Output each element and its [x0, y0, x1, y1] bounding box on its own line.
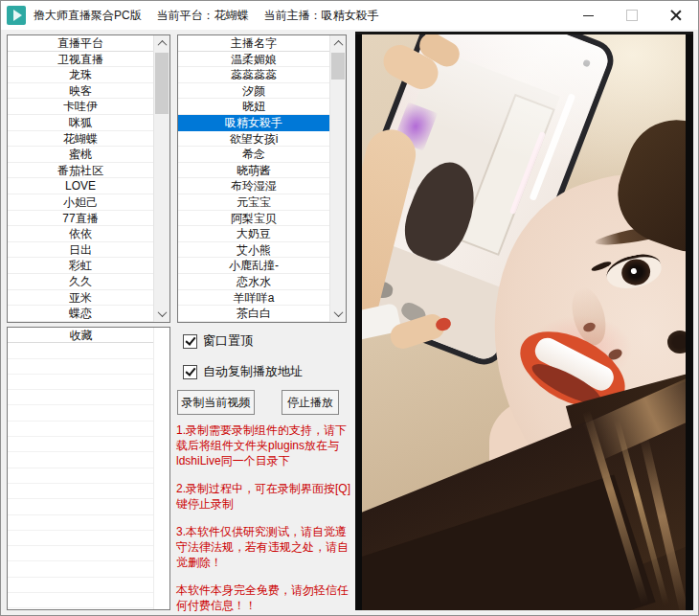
streamer-item[interactable]: 布玲湿湿	[178, 178, 329, 194]
scroll-up-icon[interactable]	[154, 35, 170, 52]
platform-item[interactable]: 卡哇伊	[8, 99, 153, 115]
minimize-button[interactable]	[566, 1, 610, 30]
platform-list: 直播平台 卫视直播龙珠映客卡哇伊咪狐花蝴蝶蜜桃番茄社区LOVE小妲己77直播依依…	[8, 35, 153, 322]
favorite-empty-row	[8, 437, 154, 452]
checkmark-icon	[185, 365, 195, 376]
platform-item[interactable]: 久久	[8, 274, 153, 290]
favorite-empty-row	[8, 484, 154, 499]
favorite-empty-row	[8, 405, 154, 421]
favorite-empty-row	[8, 578, 154, 593]
stop-playback-button[interactable]: 停止播放	[282, 390, 339, 415]
favorite-empty-row	[8, 375, 154, 390]
favorite-empty-row	[8, 359, 154, 375]
checkmark-icon	[185, 334, 195, 346]
streamer-item[interactable]: 希念	[178, 147, 329, 163]
notice-paragraph: 2.录制过程中，可在录制界面按[Q]键停止录制	[176, 481, 350, 512]
platform-scrollbar[interactable]	[153, 35, 169, 322]
platform-item[interactable]: 依依	[8, 226, 153, 242]
platform-item[interactable]: 咪狐	[8, 115, 153, 131]
streamer-item[interactable]: 汐颜	[178, 83, 329, 100]
scroll-up-icon[interactable]	[330, 35, 347, 52]
scrollbar-thumb[interactable]	[331, 53, 345, 80]
close-icon	[670, 10, 682, 21]
auto-copy-url-option[interactable]: 自动复制播放地址	[183, 363, 303, 380]
platform-item[interactable]: 77直播	[8, 211, 153, 227]
streamer-list-header: 主播名字	[178, 35, 329, 52]
always-on-top-option[interactable]: 窗口置顶	[183, 332, 253, 350]
platform-item[interactable]: LOVE	[8, 178, 153, 194]
favorite-empty-row	[8, 390, 154, 405]
close-button[interactable]	[654, 1, 698, 30]
platform-item[interactable]: 蝶恋	[8, 306, 153, 322]
platform-item[interactable]: 彩虹	[8, 258, 153, 274]
video-letterbox-bar	[686, 32, 693, 610]
play-triangle-icon	[13, 10, 22, 21]
chevron-down-icon	[158, 308, 168, 317]
favorite-empty-row	[8, 561, 154, 577]
streamer-item[interactable]: 恋水水	[178, 274, 329, 290]
scroll-down-icon[interactable]	[330, 306, 347, 322]
titlebar: 撸大师直播聚合PC版 当前平台：花蝴蝶 当前主播：吸精女殺手	[1, 1, 698, 30]
streamer-list: 主播名字 温柔媚娘蕊蕊蕊蕊汐颜晓妞吸精女殺手欲望女孩i希念晓萌酱布玲湿湿元宝宝阿…	[178, 35, 329, 322]
streamer-item[interactable]: 欲望女孩i	[178, 131, 329, 148]
app-title: 撸大师直播聚合PC版	[34, 8, 142, 24]
current-streamer-label: 当前主播：吸精女殺手	[264, 8, 379, 24]
scrollbar-thumb[interactable]	[155, 53, 169, 114]
streamer-item[interactable]: 元宝宝	[178, 194, 329, 211]
platform-item[interactable]: 番茄社区	[8, 163, 153, 179]
streamer-item[interactable]: 羊咩咩a	[178, 290, 329, 307]
favorite-empty-row	[8, 593, 154, 608]
platform-item[interactable]: 龙珠	[8, 67, 153, 83]
always-on-top-checkbox[interactable]	[183, 334, 197, 349]
video-letterbox-bar	[355, 32, 362, 610]
streamer-item[interactable]: 小鹿乱撞-	[178, 258, 329, 274]
favorite-empty-row	[8, 546, 154, 561]
streamer-item[interactable]: 蕊蕊蕊蕊	[178, 67, 329, 83]
platform-item[interactable]: 花蝴蝶	[8, 131, 153, 148]
video-player[interactable]	[355, 32, 693, 610]
app-logo-play-icon	[7, 6, 26, 25]
streamer-item[interactable]: 大奶豆	[178, 226, 329, 242]
window-controls	[566, 1, 698, 30]
platform-item[interactable]: 映客	[8, 83, 153, 100]
favorite-empty-row	[8, 531, 154, 546]
favorite-empty-row	[8, 515, 154, 531]
streamer-item[interactable]: 晓萌酱	[178, 163, 329, 179]
streamer-item[interactable]: 晓妞	[178, 99, 329, 115]
chevron-down-icon	[334, 308, 344, 317]
streamer-item[interactable]: 阿梨宝贝	[178, 211, 329, 227]
favorite-empty-row	[8, 499, 154, 514]
notice-paragraph: 本软件本身完全免费，请勿轻信任何付费信息！！	[176, 582, 350, 613]
chevron-up-icon	[334, 40, 344, 50]
platform-list-header: 直播平台	[8, 35, 153, 52]
favorite-empty-row	[8, 422, 154, 437]
favorites-listbox: 收藏	[7, 327, 170, 610]
streamer-item[interactable]: 艾小熊	[178, 242, 329, 259]
streamer-scrollbar[interactable]	[329, 35, 346, 322]
platform-listbox: 直播平台 卫视直播龙珠映客卡哇伊咪狐花蝴蝶蜜桃番茄社区LOVE小妲己77直播依依…	[7, 34, 170, 323]
streamer-listbox: 主播名字 温柔媚娘蕊蕊蕊蕊汐颜晓妞吸精女殺手欲望女孩i希念晓萌酱布玲湿湿元宝宝阿…	[177, 34, 347, 323]
favorite-empty-row	[8, 468, 154, 484]
platform-item[interactable]: 蜜桃	[8, 147, 153, 163]
favorite-empty-row	[8, 452, 154, 468]
scroll-down-icon[interactable]	[154, 306, 170, 322]
streamer-item[interactable]: 茶白白	[178, 306, 329, 322]
current-platform-label: 当前平台：花蝴蝶	[157, 8, 249, 24]
auto-copy-url-checkbox[interactable]	[183, 365, 197, 379]
chevron-up-icon	[158, 40, 168, 50]
streamer-item[interactable]: 吸精女殺手	[178, 115, 329, 131]
maximize-button	[610, 1, 654, 30]
favorite-empty-row	[8, 343, 154, 358]
streamer-item[interactable]: 温柔媚娘	[178, 52, 329, 68]
platform-item[interactable]: 卫视直播	[8, 52, 153, 68]
platform-item[interactable]: 亚米	[8, 290, 153, 307]
maximize-icon	[626, 10, 638, 21]
record-current-video-button[interactable]: 录制当前视频	[177, 390, 255, 415]
favorites-scroll-area	[153, 328, 169, 609]
app-window: 撸大师直播聚合PC版 当前平台：花蝴蝶 当前主播：吸精女殺手 直播平台 卫视直播…	[0, 0, 699, 616]
favorites-list-header: 收藏	[8, 328, 154, 343]
platform-item[interactable]: 日出	[8, 242, 153, 259]
video-top-edge	[355, 32, 693, 34]
platform-item[interactable]: 小妲己	[8, 194, 153, 211]
window-title: 撸大师直播聚合PC版 当前平台：花蝴蝶 当前主播：吸精女殺手	[34, 8, 379, 24]
